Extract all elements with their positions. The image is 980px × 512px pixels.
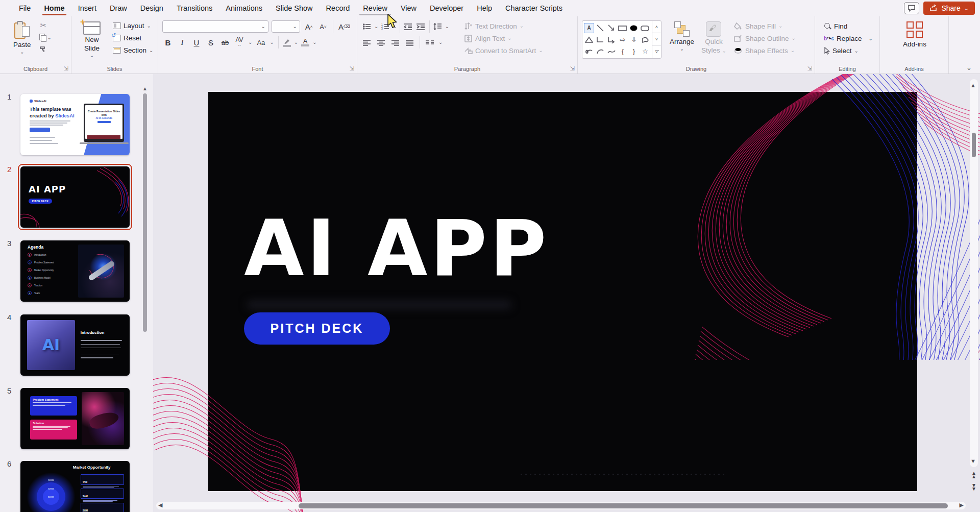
- shadow-strike-button[interactable]: S: [205, 37, 216, 48]
- strikethrough-button[interactable]: ab: [219, 37, 231, 48]
- scroll-left-icon[interactable]: ◀: [158, 502, 162, 508]
- font-size-input[interactable]: ⌄: [272, 20, 300, 33]
- increase-indent-button[interactable]: [415, 21, 427, 33]
- align-right-button[interactable]: [390, 37, 401, 48]
- shape-fill-button[interactable]: Shape Fill ⌄: [732, 21, 797, 31]
- shape-oval-button[interactable]: [629, 23, 639, 33]
- menu-help[interactable]: Help: [470, 0, 499, 16]
- collapse-ribbon-button[interactable]: ⌄: [966, 64, 972, 71]
- shape-text-box-button[interactable]: A: [584, 23, 594, 33]
- shape-elbow-connector-button[interactable]: [595, 35, 605, 45]
- shapes-more-button[interactable]: ˅: [652, 45, 661, 58]
- slide-thumbnail-4[interactable]: AI Introduction: [20, 314, 130, 376]
- shape-freeform-button[interactable]: [640, 35, 650, 45]
- quick-styles-button[interactable]: Quick Styles ⌄: [698, 20, 729, 56]
- share-button[interactable]: Share ⌄: [923, 2, 975, 15]
- pitch-deck-badge[interactable]: PITCH DECK: [244, 312, 390, 345]
- horizontal-scrollbar[interactable]: [156, 502, 966, 509]
- menu-developer[interactable]: Developer: [423, 0, 470, 16]
- shape-arrow-button[interactable]: [606, 23, 617, 33]
- shape-rounded-rectangle-button[interactable]: [640, 23, 650, 33]
- shape-rectangle-button[interactable]: [618, 23, 628, 33]
- menu-draw[interactable]: Draw: [103, 0, 134, 16]
- clipboard-dialog-launcher[interactable]: ⇲: [64, 65, 68, 72]
- next-slide-button[interactable]: ▼▼: [971, 483, 976, 491]
- menu-record[interactable]: Record: [320, 0, 357, 16]
- shape-line-button[interactable]: [595, 23, 605, 33]
- columns-button[interactable]: [424, 37, 435, 48]
- shape-down-arrow-button[interactable]: ⇩: [629, 35, 639, 45]
- text-direction-button[interactable]: A Text Direction ⌄: [462, 21, 545, 31]
- shapes-scroll-down-button[interactable]: ˅: [652, 33, 661, 45]
- shape-right-brace-button[interactable]: }: [629, 46, 639, 57]
- layout-button[interactable]: Layout ⌄: [111, 21, 155, 30]
- align-center-button[interactable]: [376, 37, 387, 48]
- align-text-button[interactable]: Align Text ⌄: [462, 34, 545, 43]
- menu-slide-show[interactable]: Slide Show: [269, 0, 320, 16]
- paragraph-dialog-launcher[interactable]: ⇲: [570, 65, 575, 72]
- convert-to-smartart-button[interactable]: Convert to SmartArt ⌄: [462, 46, 545, 55]
- shape-arc-button[interactable]: [595, 46, 605, 57]
- panel-scrollbar-thumb[interactable]: [143, 93, 147, 332]
- current-slide[interactable]: AI APP PITCH DECK: [208, 92, 917, 491]
- find-button[interactable]: Find: [822, 22, 874, 31]
- bullets-button[interactable]: [361, 21, 373, 33]
- font-dialog-launcher[interactable]: ⇲: [350, 65, 354, 72]
- scroll-down-icon[interactable]: ▼: [970, 458, 976, 464]
- increase-font-size-button[interactable]: A˄: [303, 21, 314, 33]
- reset-button[interactable]: ↺ Reset: [111, 34, 155, 42]
- scroll-right-icon[interactable]: ▶: [960, 502, 964, 508]
- shape-outline-button[interactable]: Shape Outline ⌄: [732, 34, 797, 43]
- shape-elbow-arrow-connector-button[interactable]: [606, 35, 617, 45]
- copy-button[interactable]: ⌄: [39, 34, 52, 41]
- previous-slide-button[interactable]: ▲▲: [971, 471, 976, 478]
- new-slide-button[interactable]: + New Slide ⌄: [76, 20, 108, 58]
- shape-star-button[interactable]: ☆: [640, 46, 650, 57]
- comments-button[interactable]: [904, 2, 919, 14]
- shape-right-arrow-button[interactable]: ⇨: [618, 35, 628, 45]
- arrange-button[interactable]: Arrange ⌄: [667, 20, 697, 52]
- slide-thumbnail-3[interactable]: Agenda 1Introduction 2Problem Statement …: [20, 240, 130, 302]
- text-highlight-button[interactable]: [283, 38, 291, 47]
- decrease-indent-button[interactable]: [403, 21, 414, 33]
- paste-button[interactable]: Paste ⌄: [10, 20, 34, 55]
- line-spacing-button[interactable]: [432, 21, 444, 33]
- decrease-font-size-button[interactable]: A˅: [317, 21, 329, 33]
- shape-scribble-button[interactable]: [584, 46, 594, 57]
- shape-triangle-button[interactable]: [584, 35, 594, 45]
- format-painter-button[interactable]: [39, 45, 48, 54]
- replace-button[interactable]: b↷c Replace ⌄: [822, 34, 874, 43]
- cut-button[interactable]: ✂: [39, 21, 48, 30]
- font-name-input[interactable]: ⌄: [162, 20, 268, 33]
- drawing-dialog-launcher[interactable]: ⇲: [807, 65, 812, 72]
- addins-button[interactable]: Add-ins: [900, 20, 929, 50]
- menu-insert[interactable]: Insert: [71, 0, 103, 16]
- menu-design[interactable]: Design: [134, 0, 170, 16]
- slide-thumbnail-2[interactable]: AI APP PITCH DECK: [18, 164, 132, 230]
- shape-curve-button[interactable]: [606, 46, 617, 57]
- panel-scroll-up-icon[interactable]: ▲: [142, 86, 148, 91]
- slide-thumbnail-6[interactable]: Market Opportunity $XXB $XXB $XXM TAM SA…: [20, 461, 130, 512]
- change-case-button[interactable]: Aa: [255, 37, 266, 48]
- vertical-scrollbar-thumb[interactable]: [972, 133, 976, 157]
- character-spacing-button[interactable]: AV↔: [234, 37, 245, 48]
- bold-button[interactable]: B: [162, 37, 174, 48]
- select-button[interactable]: Select ⌄: [822, 46, 874, 55]
- align-left-button[interactable]: [361, 37, 373, 48]
- shapes-scroll-up-button[interactable]: ˄: [652, 21, 661, 33]
- underline-button[interactable]: U: [191, 37, 202, 48]
- menu-character-scripts[interactable]: Character Scripts: [499, 0, 569, 16]
- shape-left-brace-button[interactable]: {: [618, 46, 628, 57]
- scroll-up-icon[interactable]: ▲: [970, 82, 976, 88]
- slide-thumbnail-5[interactable]: Problem Statement Solution: [20, 388, 130, 449]
- slide-thumbnail-1[interactable]: SlidesAI This template was created by Sl…: [20, 94, 130, 155]
- menu-home[interactable]: Home: [37, 0, 71, 16]
- shape-effects-button[interactable]: Shape Effects ⌄: [732, 46, 797, 55]
- menu-animations[interactable]: Animations: [219, 0, 269, 16]
- justify-button[interactable]: [404, 37, 415, 48]
- font-color-button[interactable]: A: [301, 38, 309, 46]
- section-button[interactable]: Section ⌄: [111, 46, 155, 55]
- clear-formatting-button[interactable]: A⌫: [337, 21, 351, 33]
- italic-button[interactable]: I: [177, 37, 188, 48]
- menu-file[interactable]: File: [12, 0, 37, 16]
